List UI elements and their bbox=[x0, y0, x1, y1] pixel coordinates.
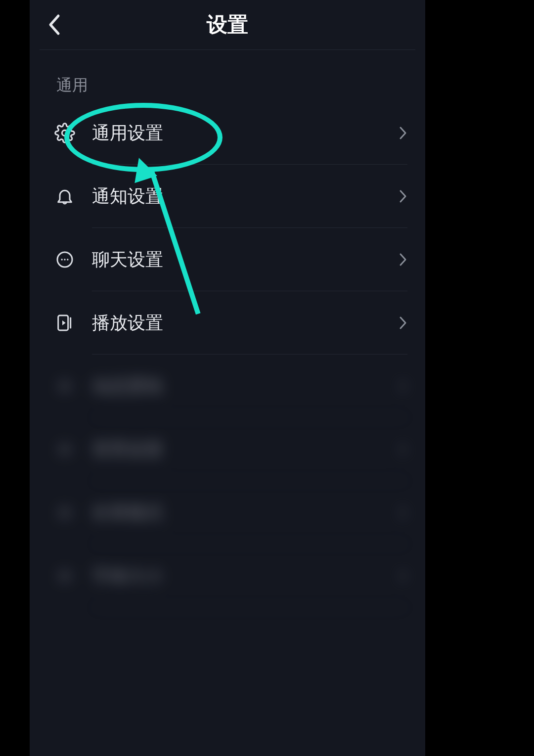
svg-point-10 bbox=[58, 570, 71, 582]
chevron-right-icon bbox=[399, 189, 407, 204]
bell-icon bbox=[52, 184, 77, 209]
settings-list: 通用设置 通知设置 聊天设置 bbox=[30, 101, 425, 608]
svg-point-8 bbox=[58, 443, 71, 455]
row-label: 长辈模式 bbox=[92, 501, 399, 525]
row-label: 通知设置 bbox=[92, 184, 399, 209]
chat-icon bbox=[52, 247, 77, 272]
blur-icon bbox=[52, 500, 77, 525]
row-label: 背景设置 bbox=[92, 438, 399, 462]
row-label: 播放设置 bbox=[92, 311, 399, 335]
row-notification-settings[interactable]: 通知设置 bbox=[30, 165, 425, 228]
row-blurred[interactable]: 字体大小 bbox=[30, 544, 425, 608]
chevron-right-icon bbox=[399, 505, 407, 520]
svg-point-0 bbox=[62, 130, 67, 135]
row-general-settings[interactable]: 通用设置 bbox=[30, 101, 425, 165]
svg-point-3 bbox=[64, 259, 65, 260]
header: 设置 bbox=[30, 0, 425, 49]
chevron-right-icon bbox=[399, 442, 407, 457]
row-blurred[interactable]: 动态壁纸 bbox=[30, 355, 425, 418]
svg-point-9 bbox=[58, 506, 71, 519]
row-label: 聊天设置 bbox=[92, 248, 399, 272]
play-icon bbox=[52, 311, 77, 335]
chevron-right-icon bbox=[399, 569, 407, 583]
row-label: 通用设置 bbox=[92, 121, 399, 145]
blur-icon bbox=[52, 564, 77, 588]
svg-point-4 bbox=[67, 259, 68, 260]
blur-icon bbox=[52, 374, 77, 399]
row-blurred[interactable]: 长辈模式 bbox=[30, 481, 425, 544]
row-chat-settings[interactable]: 聊天设置 bbox=[30, 228, 425, 291]
row-label: 字体大小 bbox=[92, 564, 399, 588]
chevron-right-icon bbox=[399, 126, 407, 140]
svg-point-7 bbox=[58, 380, 71, 392]
settings-screen: 设置 通用 通用设置 通知设置 bbox=[30, 0, 425, 756]
chevron-right-icon bbox=[399, 252, 407, 267]
svg-marker-6 bbox=[62, 320, 66, 325]
row-playback-settings[interactable]: 播放设置 bbox=[30, 291, 425, 355]
row-blurred[interactable]: 背景设置 bbox=[30, 418, 425, 481]
section-label: 通用 bbox=[30, 50, 425, 101]
page-title: 设置 bbox=[40, 11, 415, 39]
gear-icon bbox=[52, 121, 77, 145]
chevron-right-icon bbox=[399, 315, 407, 330]
chevron-right-icon bbox=[399, 379, 407, 394]
blur-icon bbox=[52, 437, 77, 462]
row-label: 动态壁纸 bbox=[92, 374, 399, 399]
svg-point-2 bbox=[61, 259, 63, 260]
